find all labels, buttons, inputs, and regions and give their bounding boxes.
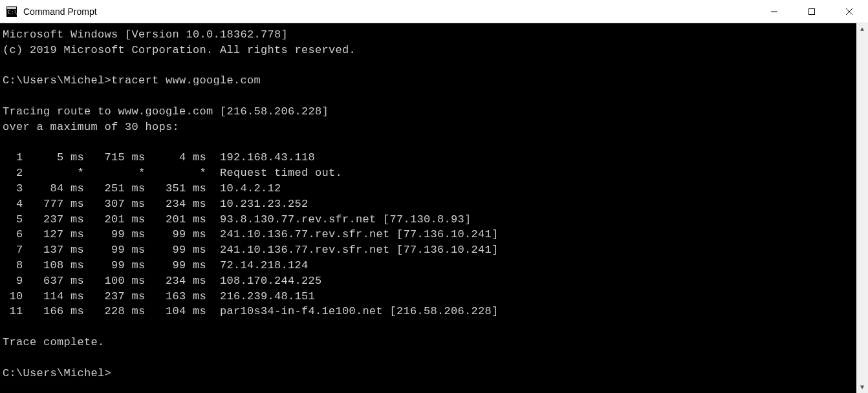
window-controls — [755, 0, 868, 23]
terminal-output[interactable]: Microsoft Windows [Version 10.0.18362.77… — [0, 23, 856, 393]
scroll-up-button[interactable]: ▲ — [856, 23, 868, 35]
svg-rect-1 — [7, 7, 16, 9]
cmd-icon: C:\ — [5, 5, 18, 18]
close-button[interactable] — [830, 0, 868, 23]
window-title: Command Prompt — [23, 6, 755, 17]
svg-rect-4 — [809, 8, 815, 14]
minimize-button[interactable] — [755, 0, 793, 23]
scroll-down-button[interactable]: ▼ — [856, 381, 868, 393]
maximize-button[interactable] — [793, 0, 830, 23]
titlebar: C:\ Command Prompt — [0, 0, 868, 23]
scrollbar[interactable]: ▲ ▼ — [856, 23, 868, 393]
svg-text:C:\: C:\ — [8, 10, 17, 16]
